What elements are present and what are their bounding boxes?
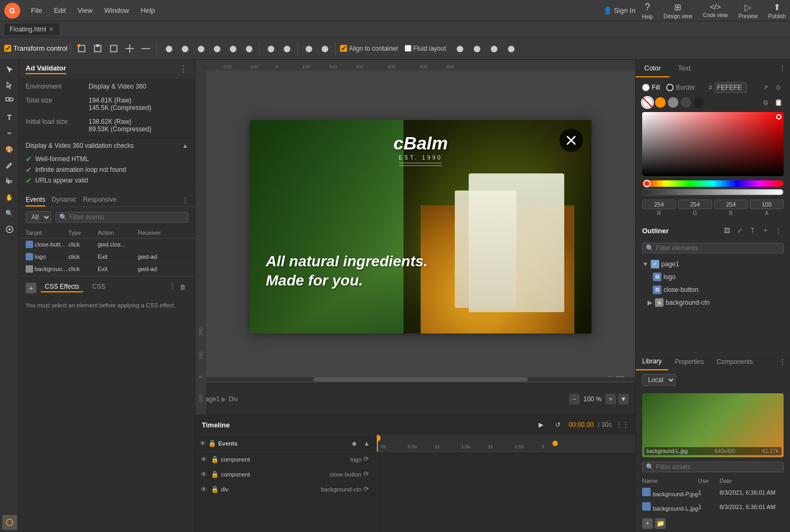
transform-btn-1[interactable] (74, 41, 89, 56)
eye-icon[interactable]: 👁 (200, 440, 206, 447)
design-view-button[interactable]: ⊞ Design view (663, 2, 692, 19)
assets-row-1[interactable]: background-L.jpg 1 8/3/2021, 6:36:01 AM (642, 500, 784, 514)
timeline-loop-btn[interactable]: ↺ (551, 418, 564, 431)
timeline-menu-icon[interactable]: ⋮⋮ (616, 421, 629, 428)
tab-dynamic[interactable]: Dynamic (52, 194, 77, 207)
tab-close-icon[interactable]: ✕ (49, 26, 54, 33)
outliner-icon-2[interactable]: ⤢ (734, 225, 745, 236)
timeline-row-lock-2[interactable]: 🔒 (210, 485, 219, 494)
menu-help[interactable]: Help (136, 4, 161, 17)
left-icon-crop[interactable] (2, 174, 17, 189)
hue-slider[interactable] (642, 180, 784, 187)
g-input[interactable] (678, 200, 712, 209)
color-picker-gradient[interactable] (642, 112, 784, 176)
tab-css-effects[interactable]: CSS Effects (41, 282, 83, 292)
tab-properties[interactable]: Properties (668, 354, 710, 370)
menu-edit[interactable]: Edit (49, 4, 71, 17)
left-icon-eyedropper[interactable]: 💉 (2, 158, 17, 173)
css-effects-add-btn[interactable]: + (26, 283, 36, 293)
menu-file[interactable]: File (26, 4, 48, 17)
css-effects-delete-btn[interactable]: 🗑 (178, 282, 188, 292)
timeline-play-btn[interactable]: ▶ (534, 418, 547, 431)
hex-input[interactable] (715, 82, 747, 93)
library-menu-icon[interactable]: ⋮ (775, 354, 790, 370)
publish-button[interactable]: ⬆ Publish (768, 2, 786, 19)
transform-btn-4[interactable] (122, 41, 137, 56)
css-effects-dots[interactable]: ⋮ (169, 282, 176, 292)
left-icon-select[interactable] (2, 62, 17, 77)
toolbar-extra-4[interactable]: ⬤ (504, 41, 519, 56)
toolbar-extra-3[interactable]: ⬤ (487, 41, 502, 56)
outliner-icon-plus[interactable]: + (760, 225, 771, 236)
tab-css[interactable]: CSS (88, 282, 109, 292)
tab-library[interactable]: Library (636, 353, 668, 370)
dist-v-btn[interactable]: ⬤ (279, 41, 294, 56)
ad-close-button[interactable] (559, 129, 583, 152)
transform-control-checkbox[interactable] (4, 45, 11, 52)
swatch-dark[interactable] (693, 97, 704, 108)
align-right-btn[interactable]: ⬤ (193, 41, 208, 56)
size-match-w-btn[interactable]: ⬤ (301, 41, 316, 56)
border-tab[interactable]: Border (666, 84, 695, 91)
validation-header[interactable]: Display & Video 360 validation checks ▲ (26, 142, 188, 149)
left-icon-media[interactable] (2, 222, 17, 237)
size-match-h-btn[interactable]: ⬤ (317, 41, 332, 56)
tree-item-page1[interactable]: ▼ P page1 (636, 258, 790, 271)
b-input[interactable] (714, 200, 748, 209)
library-folder-btn[interactable]: 📁 (655, 518, 666, 529)
right-panel-menu-icon[interactable]: ⋮ (775, 60, 790, 77)
events-row-0[interactable]: close-butt... click gwd.clos... (19, 239, 195, 251)
timeline-playhead[interactable] (377, 435, 378, 451)
zoom-menu-btn[interactable]: ▼ (618, 394, 629, 404)
events-row-2[interactable]: backgroun... click Exit gwd-ad (19, 263, 195, 275)
left-icon-text[interactable]: T (2, 110, 17, 125)
align-top-btn[interactable]: ⬤ (209, 41, 224, 56)
align-center-v-btn[interactable]: ⬤ (225, 41, 240, 56)
sign-in-button[interactable]: 👤 Sign In (598, 4, 641, 17)
left-icon-paint[interactable]: 🎨 (2, 142, 17, 157)
menu-window[interactable]: Window (99, 4, 134, 17)
align-bottom-btn[interactable]: ⬤ (241, 41, 256, 56)
swatch-orange[interactable] (655, 97, 666, 108)
code-view-button[interactable]: </> Code view (703, 3, 728, 18)
color-paste-btn[interactable]: 📋 (773, 97, 784, 108)
transform-btn-3[interactable] (106, 41, 121, 56)
left-icon-zoom[interactable]: 🔍 (2, 206, 17, 221)
timeline-row-eye-0[interactable]: 👁 (200, 455, 208, 464)
timeline-diamond-btn[interactable]: ◆ (349, 438, 359, 449)
timeline-row-lock-0[interactable]: 🔒 (210, 455, 219, 464)
menu-view[interactable]: View (72, 4, 98, 17)
events-menu-icon[interactable]: ⋮ (182, 196, 188, 204)
swatch-gray1[interactable] (668, 97, 678, 108)
align-left-btn[interactable]: ⬤ (161, 41, 176, 56)
a-input[interactable] (750, 200, 784, 209)
swatch-gray2[interactable] (681, 97, 691, 108)
tab-text[interactable]: Text (669, 60, 699, 77)
tree-toggle-page1[interactable]: ▼ (642, 261, 649, 267)
tab-floating-html[interactable]: Floating.html ✕ (4, 23, 59, 35)
alpha-slider[interactable] (642, 189, 784, 195)
r-input[interactable] (642, 200, 676, 209)
help-button[interactable]: ? Help (642, 2, 653, 20)
left-icon-pen[interactable]: ✒ (2, 126, 17, 141)
ad-validator-menu[interactable]: ⋮ (179, 64, 188, 74)
toolbar-extra-2[interactable]: ⬤ (470, 41, 485, 56)
tree-toggle-bg[interactable]: ▶ (646, 299, 653, 306)
canvas-scrollbar-h[interactable] (206, 377, 635, 382)
zoom-in-btn[interactable]: + (605, 394, 616, 404)
library-search-input[interactable] (656, 463, 780, 471)
color-copy-btn[interactable]: ⧉ (760, 97, 771, 108)
validation-collapse-icon[interactable]: ▲ (182, 142, 188, 149)
outliner-search-input[interactable] (656, 244, 780, 252)
toolbar-extra-1[interactable]: ⬤ (453, 41, 468, 56)
tree-item-close-button[interactable]: 🖼 close-button (636, 283, 790, 296)
library-add-btn[interactable]: + (642, 518, 653, 529)
left-icon-hand[interactable]: ✋ (2, 190, 17, 205)
outliner-dots[interactable]: ⋮ (773, 225, 784, 236)
timeline-row-eye-2[interactable]: 👁 (200, 485, 208, 494)
tab-color[interactable]: Color (636, 60, 669, 77)
lock-icon[interactable]: 🔒 (208, 440, 216, 447)
swatch-no-color[interactable] (642, 97, 653, 108)
left-icon-shapes[interactable] (2, 94, 17, 109)
dist-h-btn[interactable]: ⬤ (263, 41, 278, 56)
